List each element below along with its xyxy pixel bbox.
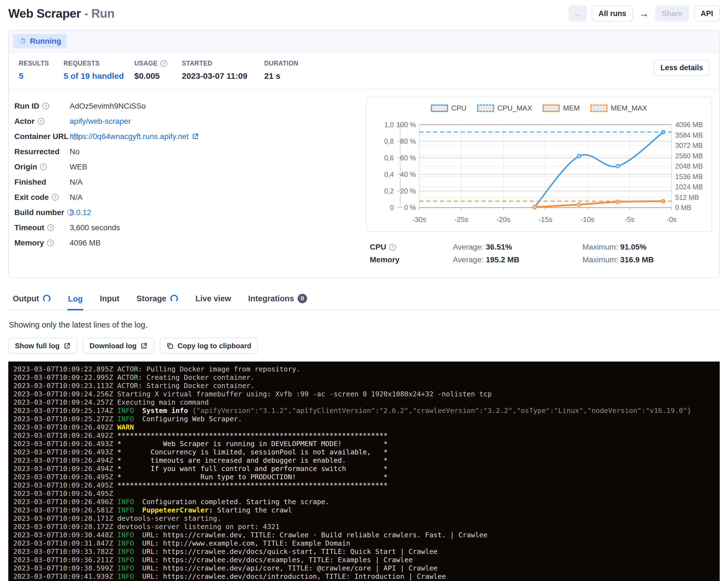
svg-text:?: ? [45,104,47,108]
detail-value[interactable]: https://0q64wnacgyft.runs.apify.net [70,132,199,141]
tab-label: Live view [196,294,231,303]
detail-value: WEB [70,162,87,171]
spinner-icon [43,294,51,303]
tab-label: Integrations [248,294,294,303]
help-icon[interactable]: ? [51,193,59,201]
log-lines: 2023-03-07T10:09:22.895Z ACTOR: Pulling … [13,365,720,581]
svg-text:-20s: -20s [496,215,511,223]
copy-log-label: Copy log to clipboard [177,342,251,350]
tab-input[interactable]: Input [99,289,120,310]
stat-usage: USAGE?$0.005 [134,60,182,81]
log-line: 2023-03-07T10:09:26.494Z * If you want f… [13,465,720,473]
detail-label: Build number? [15,208,70,217]
legend-swatch [431,104,448,112]
svg-text:3584 MB: 3584 MB [675,131,703,139]
less-details-button[interactable]: Less details [654,60,710,76]
detail-row-timeout: Timeout?3,600 seconds [15,220,355,235]
log-line: 2023-03-07T10:09:26.492Z ***************… [13,431,720,440]
stat-requests: REQUESTS5 of 19 handled [63,60,134,81]
chart-legend: CPUCPU_MAXMEMMEM_MAX [366,104,711,112]
legend-item-mem[interactable]: MEM [543,104,580,112]
stat-value: 21 s [264,71,298,81]
stat-label: STARTED [182,60,264,67]
help-icon[interactable]: ? [160,60,167,67]
detail-value[interactable]: 3.0.12 [70,208,91,217]
svg-text:4096 MB: 4096 MB [675,121,703,129]
legend-label: CPU [451,104,467,112]
detail-value[interactable]: apify/web-scraper [70,117,131,126]
help-icon[interactable]: ? [37,117,45,125]
detail-row-origin: Origin?WEB [15,159,355,175]
external-link-icon [191,133,199,140]
usage-maximum: Maximum: 91.05% [582,243,712,252]
external-link-icon [63,342,71,350]
usage-summary: CPU?Average: 36.51%Maximum: 91.05%Memory… [366,241,712,266]
detail-row-container-url: Container URL?https://0q64wnacgyft.runs.… [15,129,355,144]
svg-text:3072 MB: 3072 MB [675,141,703,149]
legend-label: MEM [563,104,580,112]
metrics-column: CPUCPU_MAXMEMMEM_MAX 1,00,80,60,40,20100… [366,97,712,266]
log-line: 2023-03-07T10:09:28.171Z devtools-server… [13,514,720,523]
tab-log[interactable]: Log [68,289,83,310]
stat-label: REQUESTS [63,60,134,67]
help-icon[interactable]: ? [47,224,54,231]
svg-text:?: ? [162,61,165,66]
help-icon[interactable]: ? [42,102,50,110]
legend-item-mem_max[interactable]: MEM_MAX [590,104,647,112]
tab-storage[interactable]: Storage [136,289,179,310]
tab-integrations[interactable]: Integrations0 [248,289,308,310]
tab-label: Input [100,294,120,303]
stat-label: DURATION [264,60,298,67]
svg-text:-25s: -25s [454,215,468,223]
run-details-list: Run ID?AdOz5evimh9NCiSSoActor?apify/web-… [15,97,355,266]
previous-run-button[interactable]: ← [569,5,587,22]
stat-value[interactable]: 5 [19,71,63,81]
svg-text:-10s: -10s [580,215,595,223]
tab-label: Log [68,294,83,303]
svg-text:-0s: -0s [667,215,677,223]
download-log-label: Download log [89,342,136,350]
detail-row-exit-code: Exit code?N/A [15,190,355,205]
svg-text:0: 0 [390,204,394,211]
all-runs-button[interactable]: All runs [592,5,633,22]
copy-log-button[interactable]: Copy log to clipboard [160,338,258,354]
log-line: 2023-03-07T10:09:23.113Z ACTOR: Starting… [13,382,720,390]
api-button[interactable]: API [694,5,720,22]
legend-swatch [477,104,494,112]
actor-title: Web Scraper [8,7,81,20]
page-header: Web Scraper - Run ← All runs → Share API [8,0,720,22]
help-icon[interactable]: ? [47,239,54,246]
stat-value: 2023-03-07 11:09 [182,71,264,81]
log-line: 2023-03-07T10:09:26.581Z INFO PuppeteerC… [13,506,720,514]
download-log-button[interactable]: Download log [83,338,154,354]
stat-value[interactable]: 5 of 19 handled [63,71,134,81]
svg-text:40 %: 40 % [400,170,416,178]
help-icon[interactable]: ? [40,163,47,170]
log-actions: Show full log Download log Copy log to c… [8,338,720,354]
detail-value: N/A [70,193,83,202]
legend-swatch [590,104,607,112]
show-full-log-button[interactable]: Show full log [8,338,77,354]
share-button[interactable]: Share [655,5,689,22]
legend-item-cpu_max[interactable]: CPU_MAX [477,104,532,112]
log-line: 2023-03-07T10:09:41.939Z INFO URL: https… [13,573,720,581]
svg-text:?: ? [391,245,394,249]
detail-row-build-number: Build number?3.0.12 [15,205,355,220]
detail-row-finished: FinishedN/A [15,175,355,190]
run-subtitle: - Run [84,7,114,20]
log-line: 2023-03-07T10:09:24.256Z Starting X virt… [13,390,720,398]
tab-label: Storage [136,294,166,303]
run-tabs: OutputLogInputStorageLive viewIntegratio… [8,289,720,310]
next-run-button[interactable]: → [638,8,650,19]
help-icon[interactable]: ? [389,243,396,251]
detail-value: 3,600 seconds [70,223,120,232]
stat-label: RESULTS [19,60,63,67]
spinner-icon [19,37,26,45]
svg-text:-30s: -30s [412,215,426,223]
detail-value: 4096 MB [70,239,101,247]
svg-text:20 %: 20 % [400,187,416,195]
legend-item-cpu[interactable]: CPU [431,104,467,112]
tab-live-view[interactable]: Live view [195,289,232,310]
detail-row-resurrected: ResurrectedNo [15,144,355,159]
tab-output[interactable]: Output [12,289,51,310]
